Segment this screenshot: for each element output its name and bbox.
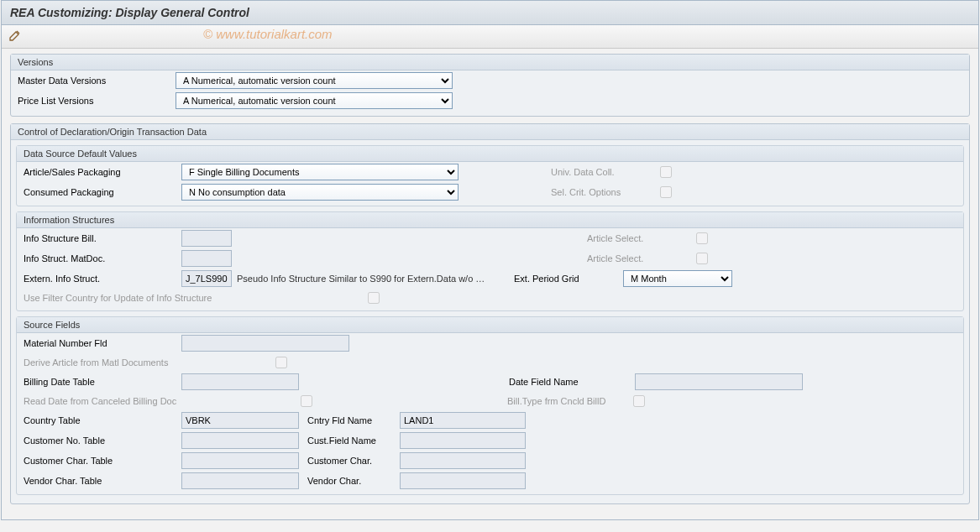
cntryfld-label: Cntry Fld Name xyxy=(299,415,400,425)
price-versions-label: Price List Versions xyxy=(18,96,176,106)
custchar-input[interactable] xyxy=(181,452,299,469)
vendchar-label: Vendor Char. Table xyxy=(24,476,181,486)
artsel1-checkbox[interactable] xyxy=(696,232,708,244)
billtable-label: Billing Date Table xyxy=(24,377,181,387)
univ-data-checkbox[interactable] xyxy=(660,166,672,178)
cntryfld-input[interactable] xyxy=(400,412,526,429)
vendchar-input[interactable] xyxy=(181,472,299,489)
derive-label: Derive Article from Matl Documents xyxy=(24,357,275,368)
edit-icon[interactable] xyxy=(8,29,22,39)
source-title: Source Fields xyxy=(17,317,963,333)
billtype-checkbox[interactable] xyxy=(633,395,645,407)
country-input[interactable] xyxy=(181,412,299,429)
info-title: Information Structures xyxy=(17,212,963,228)
artsel2-checkbox[interactable] xyxy=(696,253,708,264)
country-label: Country Table xyxy=(24,415,181,425)
billtable-input[interactable] xyxy=(181,373,299,390)
control-group: Control of Declaration/Origin Transactio… xyxy=(10,123,970,504)
extern-label: Extern. Info Struct. xyxy=(24,274,181,284)
custchar-label: Customer Char. Table xyxy=(24,456,181,466)
custchar2-input[interactable] xyxy=(400,452,526,469)
matnum-input[interactable] xyxy=(181,335,349,352)
vendchar2-input[interactable] xyxy=(400,472,526,489)
watermark: © www.tutorialkart.com xyxy=(203,27,333,41)
extern-input[interactable] xyxy=(181,270,232,287)
page-title: REA Customizing: Display General Control xyxy=(10,6,970,19)
readdate-label: Read Date from Canceled Billing Doc xyxy=(24,396,301,406)
derive-checkbox[interactable] xyxy=(275,357,287,368)
infobill-label: Info Structure Bill. xyxy=(24,233,181,243)
artsel1-label: Article Select. xyxy=(587,233,696,243)
article-select[interactable]: F Single Billing Documents xyxy=(181,164,459,180)
custchar2-label: Customer Char. xyxy=(299,456,400,466)
vendchar2-label: Vendor Char. xyxy=(299,476,400,486)
info-group: Information Structures Info Structure Bi… xyxy=(16,211,964,311)
defaults-group: Data Source Default Values Article/Sales… xyxy=(16,145,964,206)
page-header: REA Customizing: Display General Control xyxy=(2,1,978,25)
filter-label: Use Filter Country for Update of Info St… xyxy=(24,293,368,303)
custfld-input[interactable] xyxy=(400,432,526,449)
defaults-title: Data Source Default Values xyxy=(17,146,963,162)
consumed-label: Consumed Packaging xyxy=(24,187,181,197)
univ-data-label: Univ. Data Coll. xyxy=(551,167,660,177)
master-versions-select[interactable]: A Numerical, automatic version count xyxy=(176,72,453,89)
master-versions-label: Master Data Versions xyxy=(18,76,176,86)
custno-label: Customer No. Table xyxy=(24,436,181,446)
infobill-input[interactable] xyxy=(181,230,232,247)
matdoc-input[interactable] xyxy=(181,250,232,267)
extperiod-select[interactable]: M Month xyxy=(623,270,732,287)
filter-checkbox[interactable] xyxy=(368,292,380,304)
control-title: Control of Declaration/Origin Transactio… xyxy=(11,124,969,140)
extern-desc: Pseudo Info Structure Similar to S990 fo… xyxy=(237,274,514,284)
matdoc-label: Info Struct. MatDoc. xyxy=(24,253,181,263)
versions-title: Versions xyxy=(11,55,969,70)
consumed-select[interactable]: N No consumption data xyxy=(181,184,459,201)
selcrit-checkbox[interactable] xyxy=(660,186,672,198)
datefield-label: Date Field Name xyxy=(509,377,635,387)
selcrit-label: Sel. Crit. Options xyxy=(551,187,660,197)
article-label: Article/Sales Packaging xyxy=(24,167,181,177)
artsel2-label: Article Select. xyxy=(587,253,696,263)
extperiod-label: Ext. Period Grid xyxy=(514,274,623,284)
custno-input[interactable] xyxy=(181,432,299,449)
custfld-label: Cust.Field Name xyxy=(299,436,400,446)
matnum-label: Material Number Fld xyxy=(24,338,181,348)
toolbar: © www.tutorialkart.com xyxy=(2,25,978,49)
readdate-checkbox[interactable] xyxy=(301,395,312,407)
price-versions-select[interactable]: A Numerical, automatic version count xyxy=(176,92,453,109)
billtype-label: Bill.Type frm Cncld BillD xyxy=(507,396,633,406)
datefield-input[interactable] xyxy=(635,373,803,390)
source-group: Source Fields Material Number Fld Derive… xyxy=(16,316,964,495)
versions-group: Versions Master Data Versions A Numerica… xyxy=(10,54,970,117)
